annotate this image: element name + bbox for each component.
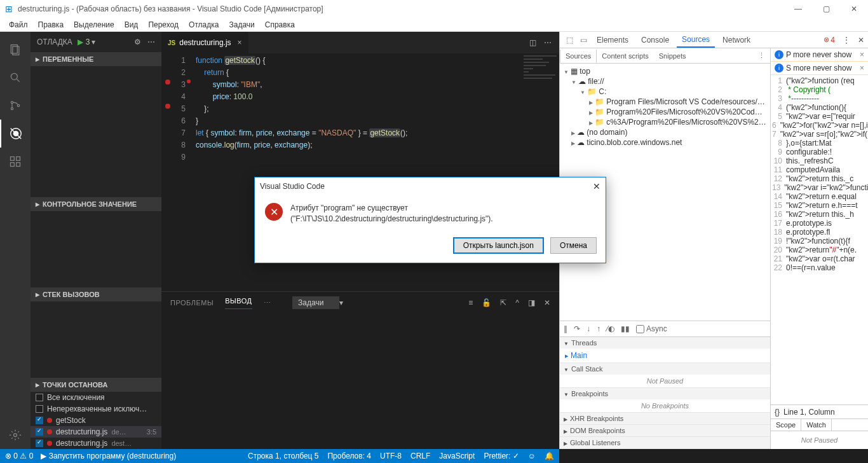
- tree-nodomain[interactable]: ☁ (no domain): [561, 127, 769, 137]
- tree-p2[interactable]: 📁 Program%20Files/Microsoft%20VS%20Code/…: [561, 107, 769, 117]
- watch-tab[interactable]: Watch: [801, 419, 832, 431]
- global-section[interactable]: Global Listeners: [560, 437, 770, 449]
- more-actions-icon[interactable]: ⋯: [544, 38, 552, 47]
- breakpoints-section[interactable]: BreakpointsNo Breakpoints: [560, 388, 770, 413]
- console-msg-1[interactable]: iP more never show×: [771, 48, 868, 62]
- xhr-section[interactable]: XHR Breakpoints: [560, 413, 770, 425]
- threads-section[interactable]: Threads▸ Main: [560, 337, 770, 363]
- subtab-content[interactable]: Content scripts: [597, 50, 653, 62]
- open-launch-button[interactable]: Открыть launch.json: [453, 237, 544, 254]
- bp-file1[interactable]: destructuring.jsde…3:5: [31, 426, 161, 438]
- pause-exceptions-icon[interactable]: ▮▮: [621, 324, 630, 333]
- tab-network[interactable]: Network: [717, 33, 756, 47]
- scope-tab[interactable]: Scope: [771, 419, 801, 431]
- tree-file[interactable]: ☁ file://: [561, 76, 769, 86]
- devtools-source[interactable]: 1("kw2">function (req2 * Copyright (3 *-…: [771, 75, 868, 404]
- breakpoint-dot[interactable]: [165, 104, 170, 109]
- filter-icon[interactable]: ≡: [468, 298, 473, 307]
- menu-debug[interactable]: Отладка: [184, 19, 224, 31]
- dialog-close-icon[interactable]: ✕: [593, 181, 600, 191]
- tree-blob[interactable]: ☁ ticino.blob.core.windows.net: [561, 137, 769, 148]
- step-out-icon[interactable]: ↑: [597, 324, 600, 333]
- status-bell-icon[interactable]: 🔔: [545, 452, 554, 460]
- subtab-snippets[interactable]: Snippets: [654, 50, 691, 62]
- step-into-icon[interactable]: ↓: [587, 324, 590, 333]
- tab-more[interactable]: ⋯: [264, 299, 271, 307]
- callstack-section[interactable]: Call StackNot Paused: [560, 363, 770, 388]
- dismiss-icon[interactable]: ×: [860, 64, 864, 73]
- variables-header[interactable]: ПЕРЕМЕННЫЕ: [31, 52, 161, 66]
- devtools-more-icon[interactable]: ⋮: [843, 36, 850, 45]
- split-editor-icon[interactable]: ◫: [529, 38, 536, 47]
- tab-sources[interactable]: Sources: [677, 32, 715, 48]
- menu-view[interactable]: Вид: [119, 19, 144, 31]
- menu-tasks[interactable]: Задачи: [224, 19, 259, 31]
- tree-c[interactable]: 📁 C:: [561, 86, 769, 97]
- tab-output[interactable]: ВЫВОД: [225, 297, 252, 309]
- extensions-icon[interactable]: [0, 148, 31, 176]
- explorer-icon[interactable]: [0, 36, 31, 64]
- status-encoding[interactable]: UTF-8: [380, 452, 402, 460]
- status-launch[interactable]: ▶ Запустить программу (destructuring): [41, 452, 176, 460]
- status-spaces[interactable]: Пробелов: 4: [327, 452, 371, 460]
- chevron-down-icon[interactable]: ▾: [92, 38, 95, 46]
- subtab-sources[interactable]: Sources: [560, 50, 597, 63]
- bp-all-exceptions[interactable]: Все исключения: [31, 392, 161, 403]
- tab-destructuring[interactable]: JS destructuring.js ×: [161, 32, 249, 53]
- menu-selection[interactable]: Выделение: [69, 19, 119, 31]
- minimize-button[interactable]: —: [784, 0, 812, 18]
- subtabs-more-icon[interactable]: ⋮: [753, 49, 770, 62]
- callstack-header[interactable]: СТЕК ВЫЗОВОВ: [31, 287, 161, 301]
- dom-section[interactable]: DOM Breakpoints: [560, 425, 770, 437]
- more-icon[interactable]: ⋯: [147, 38, 155, 46]
- status-errors[interactable]: ⊗ 0 ⚠ 0: [5, 452, 33, 460]
- breakpoint-dot[interactable]: [165, 79, 170, 85]
- debug-settings-icon[interactable]: ⚙: [134, 38, 141, 46]
- device-icon[interactable]: ▭: [578, 36, 589, 45]
- menu-file[interactable]: Файл: [4, 19, 33, 31]
- search-icon[interactable]: [0, 64, 31, 92]
- deactivate-bp-icon[interactable]: ⁄◐: [607, 324, 614, 333]
- close-panel-icon[interactable]: ✕: [544, 298, 550, 307]
- status-feedback-icon[interactable]: ☺: [528, 452, 536, 460]
- maximize-button[interactable]: ▢: [812, 0, 840, 18]
- bp-getstock[interactable]: getStock: [31, 415, 161, 426]
- pause-icon[interactable]: ‖: [564, 324, 567, 333]
- devtools-close-icon[interactable]: ✕: [858, 36, 864, 45]
- inspect-icon[interactable]: ⬚: [564, 36, 575, 45]
- git-icon[interactable]: [0, 92, 31, 120]
- breakpoints-header[interactable]: ТОЧКИ ОСТАНОВА: [31, 378, 161, 392]
- console-msg-2[interactable]: iS more never show×: [771, 62, 868, 75]
- debug-config-number[interactable]: 3: [86, 38, 90, 46]
- expand-icon[interactable]: ⇱: [500, 298, 506, 307]
- error-count[interactable]: ⊗4: [824, 36, 835, 45]
- tab-console[interactable]: Console: [636, 33, 674, 47]
- watch-header[interactable]: КОНТРОЛЬНОЕ ЗНАЧЕНИЕ: [31, 197, 161, 211]
- bp-file2[interactable]: destructuring.jsdest…: [31, 438, 161, 449]
- menu-edit[interactable]: Правка: [33, 19, 69, 31]
- tree-p1[interactable]: 📁 Program Files/Microsoft VS Code/resour…: [561, 97, 769, 107]
- tab-elements[interactable]: Elements: [592, 33, 634, 47]
- status-lang[interactable]: JavaScript: [439, 452, 475, 460]
- maximize-panel-icon[interactable]: ^: [515, 298, 519, 307]
- bp-uncaught[interactable]: Неперехваченные исключ…: [31, 403, 161, 415]
- async-checkbox[interactable]: [636, 325, 644, 333]
- menu-help[interactable]: Справка: [260, 19, 300, 31]
- output-select[interactable]: Задачи: [292, 296, 339, 309]
- debug-icon[interactable]: [0, 120, 31, 148]
- menu-go[interactable]: Переход: [143, 19, 184, 31]
- status-prettier[interactable]: Prettier: ✓: [484, 452, 519, 460]
- status-pos[interactable]: Строка 1, столбец 5: [248, 452, 318, 460]
- tree-top[interactable]: ▦ top: [561, 66, 769, 76]
- clear-icon[interactable]: 🔓: [482, 298, 491, 307]
- dismiss-icon[interactable]: ×: [860, 50, 864, 59]
- tab-problems[interactable]: ПРОБЛЕМЫ: [170, 299, 214, 307]
- cancel-button[interactable]: Отмена: [550, 237, 597, 254]
- settings-icon[interactable]: [0, 421, 31, 449]
- close-button[interactable]: ✕: [840, 0, 868, 18]
- step-over-icon[interactable]: ↷: [574, 324, 580, 333]
- layout-icon[interactable]: ◨: [528, 298, 535, 307]
- start-debug-button[interactable]: ▶: [78, 38, 83, 46]
- tree-p3[interactable]: 📁 c%3A/Program%20Files/Microsoft%20VS%20…: [561, 117, 769, 127]
- status-eol[interactable]: CRLF: [410, 452, 430, 460]
